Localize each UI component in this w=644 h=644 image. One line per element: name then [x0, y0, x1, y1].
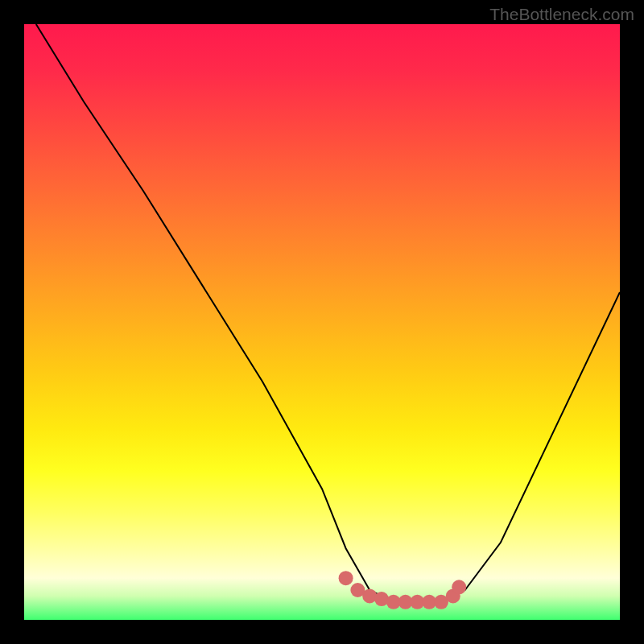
watermark-text: TheBottleneck.com: [489, 5, 634, 24]
chart-container: TheBottleneck.com: [0, 0, 644, 644]
highlight-dots-group: [339, 571, 467, 609]
bottleneck-curve-path: [36, 24, 620, 602]
curve-svg: [24, 24, 620, 620]
highlight-dot: [339, 571, 353, 585]
highlight-dot: [452, 580, 466, 594]
